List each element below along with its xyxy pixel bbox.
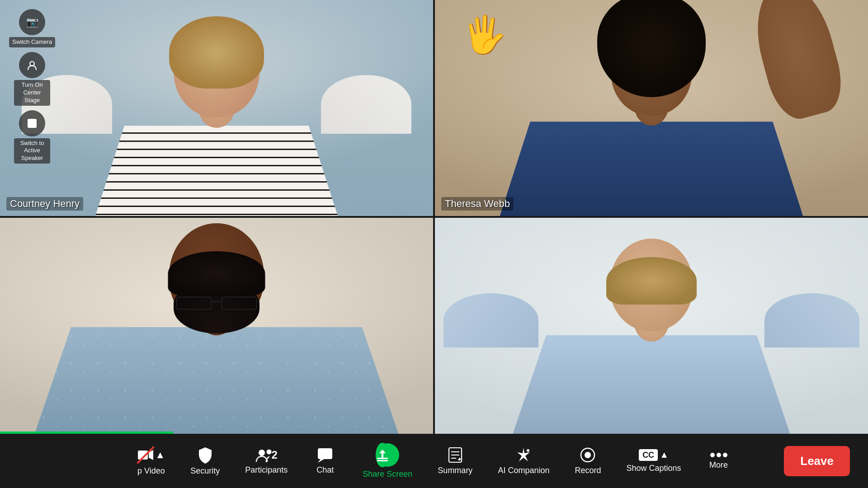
video-cell-theresa: 🖐️ Theresa Webb [435, 0, 868, 216]
ai-companion-label: AI Companion [498, 466, 549, 475]
participants-icon: 2 [255, 447, 278, 463]
record-label: Record [575, 466, 601, 475]
leave-button[interactable]: Leave [784, 446, 850, 476]
active-speaker-label: Switch to Active Speaker [14, 138, 50, 164]
svg-point-6 [266, 449, 271, 454]
svg-rect-1 [28, 119, 37, 128]
more-btn[interactable]: More [694, 434, 744, 488]
svg-point-15 [527, 449, 529, 452]
video-cell-br [435, 218, 868, 434]
cc-box: CC [639, 449, 658, 461]
summary-btn[interactable]: Summary [425, 434, 485, 488]
show-captions-icon: CC ▲ [639, 449, 669, 461]
video-cell-courtney: 📷 Switch Camera Turn On Center Stage [0, 0, 433, 216]
share-screen-btn[interactable]: ▲ Share Screen [350, 434, 425, 488]
camera-controls: 📷 Switch Camera Turn On Center Stage [9, 9, 55, 164]
active-speaker-icon [19, 110, 45, 136]
participant-name-theresa: Theresa Webb [441, 197, 514, 211]
chat-label: Chat [316, 465, 334, 475]
more-icon [710, 452, 728, 458]
record-btn[interactable]: Record [562, 434, 613, 488]
svg-point-19 [717, 453, 721, 457]
video-grid: 📷 Switch Camera Turn On Center Stage [0, 0, 868, 434]
record-icon [580, 447, 596, 463]
stop-video-btn[interactable]: ▲ p Video [124, 434, 178, 488]
svg-rect-7 [318, 448, 332, 459]
more-label: More [709, 460, 728, 470]
participant-count: 2 [272, 449, 278, 461]
switch-camera-icon: 📷 [19, 9, 45, 35]
switch-camera-label: Switch Camera [9, 37, 55, 47]
svg-point-20 [723, 453, 727, 457]
share-screen-icon: ▲ [376, 443, 399, 467]
svg-point-5 [259, 450, 265, 456]
ai-companion-btn[interactable]: AI Companion [485, 434, 562, 488]
svg-marker-8 [318, 459, 324, 463]
chat-icon [317, 447, 333, 463]
summary-icon [448, 447, 462, 463]
svg-rect-10 [377, 460, 388, 461]
security-icon [197, 446, 213, 464]
ai-companion-icon [515, 447, 532, 463]
svg-point-17 [585, 452, 591, 458]
summary-label: Summary [438, 466, 472, 475]
toolbar: ▲ p Video Security 2 Participants [0, 434, 868, 488]
center-stage-btn[interactable]: Turn On Center Stage [9, 52, 55, 106]
center-stage-label: Turn On Center Stage [14, 80, 50, 106]
show-captions-btn[interactable]: CC ▲ Show Captions [613, 434, 693, 488]
participant-name-courtney: Courtney Henry [6, 197, 83, 211]
participants-btn[interactable]: 2 Participants [232, 434, 300, 488]
security-btn[interactable]: Security [178, 434, 232, 488]
svg-point-18 [710, 453, 715, 457]
switch-camera-btn[interactable]: 📷 Switch Camera [9, 9, 55, 47]
stop-video-label: p Video [137, 466, 165, 476]
security-label: Security [190, 466, 220, 476]
video-cell-bl [0, 218, 433, 434]
chat-btn[interactable]: Chat [300, 434, 350, 488]
active-speaker-btn[interactable]: Switch to Active Speaker [9, 110, 55, 164]
svg-rect-9 [377, 458, 388, 459]
raised-hand-emoji: 🖐️ [462, 14, 507, 56]
share-screen-label: Share Screen [363, 469, 412, 479]
center-stage-icon [19, 52, 45, 78]
participants-label: Participants [245, 465, 288, 475]
stop-video-icon: ▲ [137, 446, 165, 464]
show-captions-label: Show Captions [626, 464, 681, 473]
